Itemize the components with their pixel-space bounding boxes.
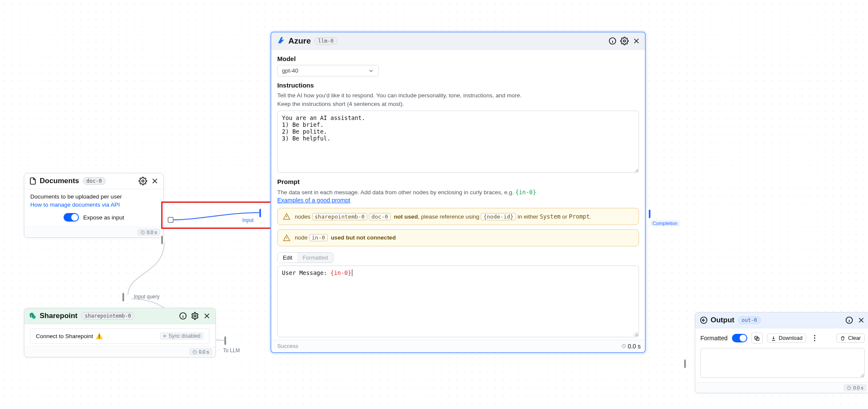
download-button[interactable]: Download bbox=[767, 333, 807, 343]
copy-icon[interactable] bbox=[752, 333, 763, 344]
azure-node: Azure llm-0 Model gpt-40 Instructions Te… bbox=[270, 32, 646, 353]
documents-tag: doc-0 bbox=[83, 177, 106, 185]
close-icon[interactable] bbox=[203, 312, 211, 320]
output-time: 0.0 s bbox=[844, 384, 866, 391]
trash-icon bbox=[840, 336, 845, 341]
azure-status: Success bbox=[277, 343, 298, 349]
port[interactable] bbox=[168, 217, 174, 223]
svg-point-17 bbox=[814, 338, 816, 339]
prompt-label: Prompt bbox=[277, 178, 639, 185]
instructions-desc-2: Keep the instructions short (4 sentences… bbox=[277, 100, 639, 108]
port[interactable] bbox=[224, 336, 226, 345]
warning-icon bbox=[283, 234, 290, 242]
more-icon[interactable] bbox=[810, 334, 819, 342]
info-icon[interactable] bbox=[608, 37, 617, 45]
sharepoint-row-text: Connect to Sharepoint bbox=[36, 333, 93, 339]
gear-icon[interactable] bbox=[620, 37, 629, 45]
prompt-tabs: Edit Formatted bbox=[277, 252, 334, 263]
output-node: Output out-0 Formatted Download Clear bbox=[695, 312, 868, 393]
port[interactable] bbox=[684, 359, 686, 368]
warning-emoji-icon: ⚠️ bbox=[96, 333, 103, 339]
sharepoint-title: Sharepoint bbox=[40, 312, 78, 320]
output-title: Output bbox=[711, 316, 734, 324]
close-icon[interactable] bbox=[857, 316, 865, 324]
port[interactable] bbox=[122, 293, 124, 301]
close-icon[interactable] bbox=[151, 177, 159, 185]
documents-time: 0.0 s bbox=[137, 229, 160, 236]
back-arrow-icon[interactable] bbox=[700, 316, 708, 324]
port[interactable] bbox=[161, 236, 163, 244]
sharepoint-tag: sharepointemb-0 bbox=[81, 312, 135, 320]
close-icon[interactable] bbox=[632, 37, 641, 45]
to-llm-label: To LLM bbox=[223, 348, 240, 353]
input-query-label: Input query bbox=[134, 294, 160, 300]
documents-node: Documents doc-0 Documents to be uploaded… bbox=[24, 173, 164, 238]
azure-time: 0.0 s bbox=[621, 343, 641, 350]
prompt-desc: The data sent in each message. Add data … bbox=[277, 188, 639, 197]
clear-button[interactable]: Clear bbox=[836, 333, 865, 343]
azure-icon bbox=[276, 36, 286, 46]
azure-title: Azure bbox=[288, 36, 311, 46]
document-icon bbox=[29, 177, 37, 185]
gear-icon[interactable] bbox=[191, 312, 199, 320]
info-icon[interactable] bbox=[179, 312, 187, 320]
sharepoint-time: 0.0 s bbox=[189, 348, 212, 355]
output-header: Output out-0 bbox=[695, 313, 868, 328]
svg-point-7 bbox=[194, 315, 196, 317]
chevron-down-icon bbox=[368, 68, 374, 74]
svg-point-10 bbox=[624, 40, 626, 42]
formatted-label: Formatted bbox=[700, 335, 728, 342]
documents-api-link[interactable]: How to manage documents via API bbox=[30, 202, 120, 208]
completion-label: Completion bbox=[650, 220, 679, 226]
alert-not-used: nodes sharepointemb-0 doc-0 not used, pl… bbox=[277, 208, 639, 225]
documents-title: Documents bbox=[40, 177, 79, 185]
instructions-label: Instructions bbox=[277, 82, 639, 89]
tab-formatted[interactable]: Formatted bbox=[297, 253, 333, 263]
alert-not-connected: node in-0 used but not connected bbox=[277, 229, 639, 246]
sharepoint-node: S Sharepoint sharepointemb-0 Connect to … bbox=[24, 308, 216, 357]
formatted-toggle[interactable] bbox=[732, 334, 747, 342]
input-port-label: Input bbox=[242, 217, 254, 223]
download-icon bbox=[771, 336, 776, 341]
prompt-input[interactable]: User Message: {in-0} bbox=[277, 266, 639, 337]
azure-tag: llm-0 bbox=[314, 37, 337, 45]
output-tag: out-0 bbox=[738, 316, 761, 324]
tab-edit[interactable]: Edit bbox=[278, 253, 297, 263]
sync-badge: Sync disabled bbox=[160, 332, 204, 340]
sharepoint-header: S Sharepoint sharepointemb-0 bbox=[24, 308, 215, 324]
svg-text:S: S bbox=[31, 315, 32, 317]
sharepoint-connect-row[interactable]: Connect to Sharepoint ⚠️ Sync disabled bbox=[30, 328, 209, 344]
warning-icon bbox=[283, 213, 290, 220]
expose-label: Expose as input bbox=[83, 214, 124, 221]
documents-header: Documents doc-0 bbox=[24, 173, 163, 189]
completion-port[interactable] bbox=[649, 210, 650, 218]
svg-point-18 bbox=[814, 340, 816, 341]
svg-point-0 bbox=[142, 180, 144, 182]
model-label: Model bbox=[277, 55, 639, 62]
instructions-desc-1: Tell the AI how you'd like it to respond… bbox=[277, 91, 639, 100]
output-textarea[interactable] bbox=[700, 348, 865, 378]
input-port[interactable] bbox=[259, 209, 261, 217]
svg-point-16 bbox=[814, 335, 816, 336]
gear-icon[interactable] bbox=[139, 177, 147, 185]
info-icon[interactable] bbox=[845, 316, 853, 324]
azure-header: Azure llm-0 bbox=[271, 32, 645, 50]
documents-desc: Documents to be uploaded per user bbox=[30, 193, 157, 200]
model-select[interactable]: gpt-40 bbox=[277, 65, 379, 76]
prompt-examples-link[interactable]: Examples of a good prompt bbox=[277, 197, 350, 204]
sharepoint-icon: S bbox=[29, 312, 37, 320]
model-value: gpt-40 bbox=[282, 67, 298, 74]
instructions-input[interactable]: You are an AI assistant. 1) Be brief. 2)… bbox=[277, 111, 639, 173]
expose-toggle[interactable] bbox=[64, 213, 79, 222]
